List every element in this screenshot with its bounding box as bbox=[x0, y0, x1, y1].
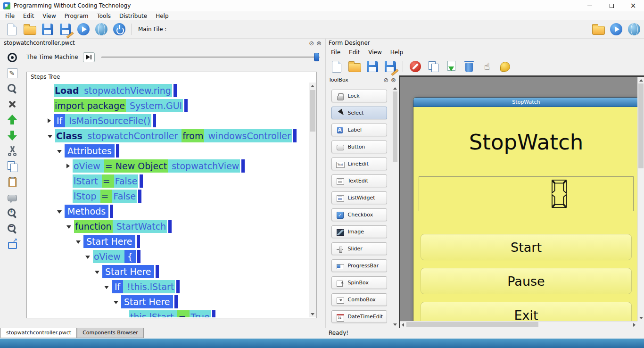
select-mode-button[interactable]: ☝ bbox=[478, 58, 496, 75]
scroll-down-arrow[interactable] bbox=[392, 321, 398, 328]
close-button[interactable]: × bbox=[622, 0, 644, 11]
expand-arrow-icon[interactable] bbox=[114, 301, 118, 304]
tree-row[interactable]: If !this.lStart bbox=[28, 280, 308, 293]
maximize-button[interactable] bbox=[601, 0, 622, 11]
tree-row[interactable]: import package System.GUI bbox=[28, 99, 308, 112]
cut-button[interactable] bbox=[5, 145, 19, 157]
toolbox-item-button[interactable]: Button bbox=[331, 141, 387, 153]
toolbox-item-datetimeedit[interactable]: DateTimeEdit bbox=[331, 310, 387, 323]
bottom-tab-stopwatchcontroller-pwct[interactable]: stopwatchcontroller.pwct bbox=[0, 328, 77, 338]
copy-control-button[interactable] bbox=[424, 58, 442, 75]
form-preview-window[interactable]: StopWatch StopWatch StartPauseExit bbox=[413, 97, 639, 328]
toolbox-scrollbar[interactable] bbox=[392, 85, 398, 328]
tree-row[interactable]: Load stopwatchView.ring bbox=[28, 84, 308, 97]
expand-arrow-icon[interactable] bbox=[76, 240, 81, 244]
detach-button[interactable] bbox=[5, 239, 19, 250]
fd-menu-item-view[interactable]: View bbox=[364, 48, 386, 57]
expand-arrow-icon[interactable] bbox=[48, 135, 52, 138]
properties-button[interactable] bbox=[496, 58, 514, 75]
time-machine-slider[interactable] bbox=[101, 52, 320, 62]
new-file-button[interactable] bbox=[3, 21, 21, 37]
save-form-button[interactable] bbox=[363, 58, 381, 75]
delete-step-button[interactable] bbox=[5, 99, 19, 110]
scroll-down-arrow[interactable] bbox=[309, 311, 316, 317]
tree-row[interactable]: Attributes bbox=[28, 144, 308, 157]
tree-row[interactable]: Class stopwatchController from windowsCo… bbox=[28, 129, 308, 142]
expand-arrow-icon[interactable] bbox=[57, 150, 62, 153]
tree-row[interactable]: lStop = False bbox=[28, 190, 308, 203]
form-button-pause[interactable]: Pause bbox=[421, 268, 632, 294]
expand-arrow-icon[interactable] bbox=[95, 271, 99, 274]
toolbox-item-image[interactable]: Image bbox=[331, 225, 387, 238]
menu-item-help[interactable]: Help bbox=[151, 12, 173, 20]
fd-menu-item-file[interactable]: File bbox=[327, 48, 345, 57]
move-down-button[interactable] bbox=[5, 130, 19, 141]
form-button-start[interactable]: Start bbox=[421, 234, 632, 260]
edit-step-button[interactable] bbox=[5, 67, 19, 79]
delete-control-button[interactable] bbox=[460, 58, 478, 75]
scroll-up-arrow[interactable] bbox=[309, 83, 316, 89]
save-form-as-button[interactable] bbox=[381, 58, 399, 75]
toolbox-item-label[interactable]: Label bbox=[331, 124, 387, 136]
scroll-thumb[interactable] bbox=[393, 91, 397, 162]
tree-row[interactable]: If IsMainSourceFile() bbox=[28, 114, 308, 127]
paste-control-button[interactable] bbox=[442, 58, 460, 75]
toolbox-item-checkbox[interactable]: Checkbox bbox=[331, 208, 387, 221]
fd-menu-item-edit[interactable]: Edit bbox=[345, 48, 364, 57]
scroll-right-arrow[interactable] bbox=[631, 322, 637, 328]
float-window-icon[interactable]: ⊘ bbox=[383, 77, 388, 83]
run-main-file-button[interactable] bbox=[607, 21, 625, 37]
new-form-button[interactable] bbox=[328, 58, 346, 75]
toolbox-item-slider[interactable]: Slider bbox=[331, 242, 387, 255]
run-gui-button[interactable] bbox=[92, 21, 110, 37]
expand-arrow-icon[interactable] bbox=[66, 164, 70, 168]
tree-row[interactable]: lStart = False bbox=[28, 174, 308, 188]
tree-row[interactable]: Start Here bbox=[28, 295, 308, 308]
minimize-button[interactable] bbox=[579, 0, 601, 11]
scroll-down-arrow[interactable] bbox=[638, 315, 644, 321]
scroll-up-arrow[interactable] bbox=[392, 85, 398, 91]
fd-menu-item-help[interactable]: Help bbox=[386, 48, 407, 57]
expand-arrow-icon[interactable] bbox=[57, 210, 62, 214]
bottom-tab-components-browser[interactable]: Components Browser bbox=[77, 328, 144, 338]
form-heading-label[interactable]: StopWatch bbox=[413, 130, 639, 155]
move-up-button[interactable] bbox=[5, 114, 19, 125]
menu-item-edit[interactable]: Edit bbox=[19, 12, 38, 20]
interact-button[interactable] bbox=[5, 52, 19, 63]
scroll-left-arrow[interactable] bbox=[400, 322, 406, 328]
toolbox-item-listwidget[interactable]: ListWidget bbox=[331, 191, 387, 204]
toolbox-item-select[interactable]: Select bbox=[331, 107, 387, 119]
open-main-file-button[interactable] bbox=[589, 21, 607, 37]
toolbox-item-combobox[interactable]: ComboBox bbox=[331, 293, 387, 306]
expand-arrow-icon[interactable] bbox=[66, 225, 71, 229]
float-window-icon[interactable]: ⊘ bbox=[309, 40, 314, 46]
expand-arrow-icon[interactable] bbox=[48, 118, 51, 123]
scroll-thumb[interactable] bbox=[310, 90, 315, 132]
close-form-button[interactable] bbox=[406, 58, 424, 75]
toolbox-item-textedit[interactable]: TextEdit bbox=[331, 174, 387, 187]
tree-row[interactable]: oView { bbox=[28, 250, 308, 263]
expand-arrow-icon[interactable] bbox=[85, 256, 90, 259]
zoom-out-button[interactable]: − bbox=[5, 223, 19, 234]
search-button[interactable] bbox=[5, 83, 19, 94]
tree-row[interactable]: Methods bbox=[28, 205, 308, 218]
scroll-thumb[interactable] bbox=[638, 83, 644, 168]
expand-arrow-icon[interactable] bbox=[104, 286, 109, 289]
menu-item-tools[interactable]: Tools bbox=[92, 12, 115, 20]
menu-item-view[interactable]: View bbox=[38, 12, 60, 20]
toolbox-item-lineedit[interactable]: LineEdit bbox=[331, 157, 387, 170]
close-window-icon[interactable]: ⊗ bbox=[316, 40, 322, 46]
shutdown-button[interactable] bbox=[110, 21, 128, 37]
zoom-in-button[interactable]: + bbox=[5, 207, 19, 219]
tree-row[interactable]: function StartWatch bbox=[28, 220, 308, 233]
tree-row[interactable]: oView = New Object stopwatchView bbox=[28, 159, 308, 173]
menu-item-distribute[interactable]: Distribute bbox=[115, 12, 151, 20]
save-file-as-button[interactable] bbox=[57, 21, 74, 37]
save-file-button[interactable] bbox=[39, 21, 57, 37]
lcd-number-widget[interactable] bbox=[419, 176, 634, 211]
steps-tree-scrollbar[interactable] bbox=[309, 83, 316, 317]
tree-row[interactable]: this.lStart = True bbox=[28, 310, 308, 317]
run-gui-main-file-button[interactable] bbox=[625, 21, 643, 37]
scroll-up-arrow[interactable] bbox=[638, 77, 644, 83]
form-area-horizontal-scrollbar[interactable] bbox=[400, 321, 637, 328]
